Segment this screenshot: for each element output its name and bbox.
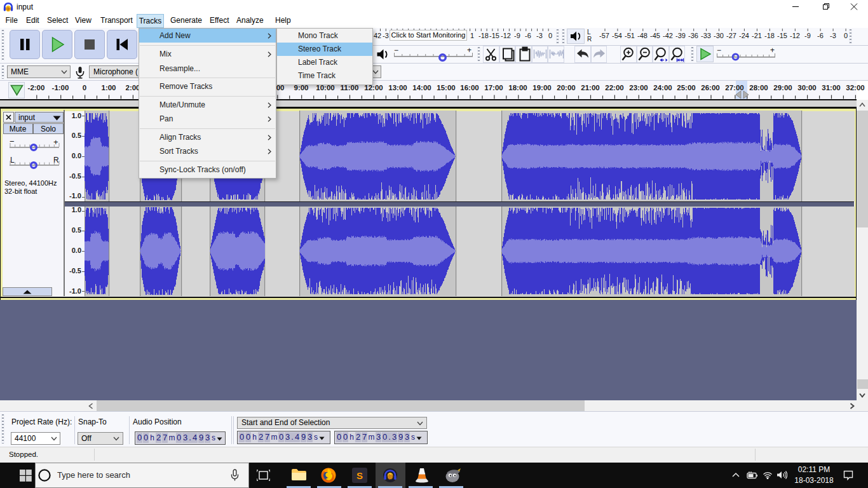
svg-text:S: S [356, 470, 363, 481]
